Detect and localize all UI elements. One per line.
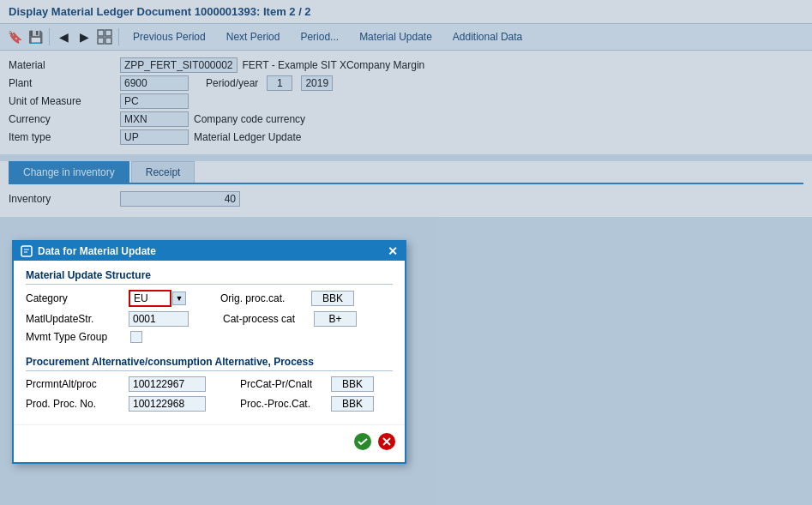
matl-update-label: MatlUpdateStr. (26, 313, 129, 325)
section2-title: Procurement Alternative/consumption Alte… (26, 356, 393, 371)
orig-proc-cat-value: BBK (311, 291, 354, 306)
mvmt-type-row: Mvmt Type Group (26, 331, 393, 343)
cat-process-cat-label: Cat-process cat (223, 313, 309, 325)
svg-rect-4 (21, 246, 32, 256)
category-row: Category ▼ Orig. proc.cat. BBK (26, 290, 393, 307)
prc-cat-label: PrcCat-Pr/Cnalt (240, 378, 326, 390)
section1-title: Material Update Structure (26, 269, 393, 285)
orig-proc-cat-group: Orig. proc.cat. BBK (220, 291, 354, 306)
category-label: Category (26, 292, 129, 304)
modal-title: Data for Material Update (38, 245, 156, 257)
matl-update-value: 0001 (129, 311, 189, 327)
modal-close-button[interactable]: ✕ (388, 245, 398, 257)
prod-proc-row: Prod. Proc. No. 100122968 Proc.-Proc.Cat… (26, 396, 393, 412)
mvmt-type-label: Mvmt Type Group (26, 331, 129, 343)
proc-proc-cat-label: Proc.-Proc.Cat. (240, 398, 326, 410)
prc-cat-value: BBK (331, 376, 374, 392)
orig-proc-cat-label: Orig. proc.cat. (220, 292, 306, 304)
modal-header-left: Data for Material Update (21, 245, 156, 257)
category-browse-btn[interactable]: ▼ (172, 292, 186, 305)
proc-proc-cat-group: Proc.-Proc.Cat. BBK (240, 396, 374, 412)
category-input[interactable] (129, 290, 171, 307)
prod-proc-value: 100122968 (129, 396, 206, 412)
category-input-group: ▼ (129, 290, 186, 307)
prcrmnt-label: PrcrmntAlt/proc (26, 378, 129, 390)
prc-cat-group: PrcCat-Pr/Cnalt BBK (240, 376, 374, 392)
modal-overlay: Data for Material Update ✕ Material Upda… (0, 0, 812, 505)
prcrmnt-row: PrcrmntAlt/proc 100122967 PrcCat-Pr/Cnal… (26, 376, 393, 392)
cat-process-cat-value: B+ (314, 311, 357, 327)
matl-update-row: MatlUpdateStr. 0001 Cat-process cat B+ (26, 311, 393, 327)
modal-header: Data for Material Update ✕ (14, 242, 405, 261)
modal-body: Material Update Structure Category ▼ Ori… (14, 261, 405, 424)
mvmt-type-checkbox[interactable] (130, 331, 142, 343)
cancel-button[interactable] (377, 432, 396, 455)
cat-process-cat-group: Cat-process cat B+ (223, 311, 357, 327)
confirm-button[interactable] (353, 432, 372, 455)
prod-proc-label: Prod. Proc. No. (26, 398, 129, 410)
modal-dialog: Data for Material Update ✕ Material Upda… (12, 240, 406, 464)
prcrmnt-value: 100122967 (129, 376, 206, 392)
modal-icon (21, 245, 33, 257)
modal-footer (14, 424, 405, 462)
proc-proc-cat-value: BBK (331, 396, 374, 412)
